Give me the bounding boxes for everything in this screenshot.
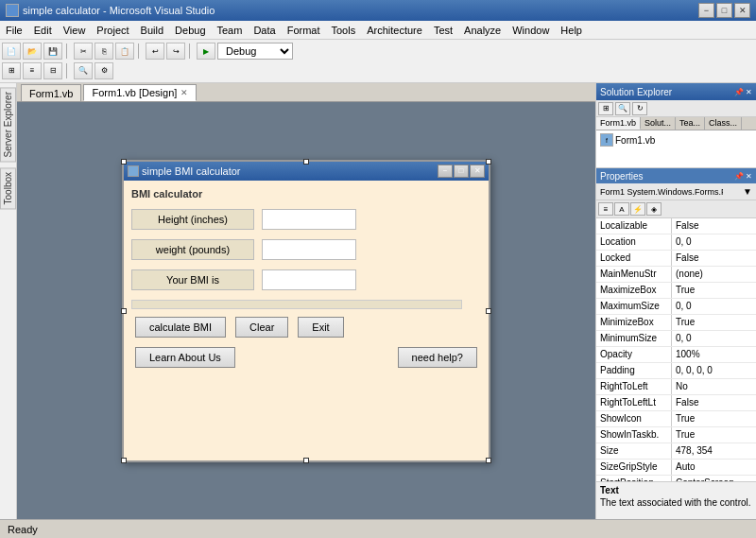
menu-architecture[interactable]: Architecture — [361, 23, 428, 38]
prop-value-cell[interactable]: False — [672, 395, 756, 410]
prop-value-cell[interactable]: 0, 0, 0, 0 — [672, 363, 756, 378]
tb-copy[interactable]: ⎘ — [94, 43, 113, 60]
menu-team[interactable]: Team — [212, 23, 249, 38]
handle-bottom-mid[interactable] — [303, 458, 309, 463]
need-help-button[interactable]: need help? — [398, 347, 477, 368]
prop-row[interactable]: ShowIconTrue — [596, 411, 756, 427]
exit-button[interactable]: Exit — [298, 317, 343, 338]
prop-row[interactable]: Location0, 0 — [596, 234, 756, 251]
menu-test[interactable]: Test — [428, 23, 458, 38]
clear-button[interactable]: Clear — [235, 317, 288, 338]
prop-value-cell[interactable]: 478, 354 — [672, 443, 756, 459]
rp-close-icon[interactable]: ✕ — [746, 88, 752, 96]
prop-value-cell[interactable]: (none) — [672, 267, 756, 282]
menu-format[interactable]: Format — [282, 23, 326, 38]
learn-about-us-button[interactable]: Learn About Us — [135, 347, 235, 368]
server-explorer-tab[interactable]: Server Explorer — [0, 87, 16, 162]
handle-bottom-right[interactable] — [486, 458, 491, 463]
se-tb-btn-3[interactable]: ↻ — [632, 102, 647, 115]
tb-start[interactable]: ▶ — [197, 43, 215, 60]
prop-value-cell[interactable]: No — [672, 379, 756, 394]
prop-value-cell[interactable]: True — [672, 427, 756, 443]
tb-b2-5[interactable]: ⚙ — [94, 62, 113, 79]
se-tab-solution[interactable]: Solut... — [641, 117, 676, 130]
se-tb-btn-1[interactable]: ⊞ — [598, 102, 613, 115]
tb-undo[interactable]: ↩ — [146, 43, 164, 60]
prop-row[interactable]: SizeGripStyleAuto — [596, 460, 756, 476]
menu-edit[interactable]: Edit — [28, 23, 58, 38]
form-minimize-btn[interactable]: − — [438, 165, 453, 178]
se-tab-form1[interactable]: Form1.vb — [596, 117, 641, 130]
handle-top-mid[interactable] — [303, 159, 309, 165]
menu-data[interactable]: Data — [248, 23, 281, 38]
prop-row[interactable]: RightToLeftNo — [596, 379, 756, 395]
tb-b2-1[interactable]: ⊞ — [2, 62, 21, 79]
minimize-button[interactable]: − — [698, 3, 714, 18]
tb-redo[interactable]: ↪ — [166, 43, 185, 60]
debug-mode-dropdown[interactable]: Debug Release — [217, 43, 293, 60]
prop-row[interactable]: MinimumSize0, 0 — [596, 331, 756, 347]
tb-paste[interactable]: 📋 — [115, 43, 134, 60]
se-tab-tea[interactable]: Tea... — [676, 117, 705, 130]
prop-row[interactable]: LocalizableFalse — [596, 218, 756, 234]
tb-b2-4[interactable]: 🔍 — [74, 62, 93, 79]
tb-cut[interactable]: ✂ — [74, 43, 93, 60]
prop-value-cell[interactable]: Auto — [672, 460, 756, 475]
props-dropdown-icon[interactable]: ▼ — [743, 186, 752, 197]
tb-new[interactable]: 📄 — [2, 43, 21, 60]
tb-open[interactable]: 📂 — [23, 43, 42, 60]
props-pin-icon[interactable]: 📌 — [734, 172, 744, 181]
se-item-form1[interactable]: f Form1.vb — [600, 132, 752, 148]
se-tab-class[interactable]: Class... — [705, 117, 742, 130]
bmi-output[interactable] — [262, 269, 356, 290]
prop-value-cell[interactable]: True — [672, 315, 756, 330]
prop-row[interactable]: MaximizeBoxTrue — [596, 283, 756, 299]
height-input[interactable] — [262, 209, 356, 230]
handle-mid-left[interactable] — [121, 308, 127, 314]
close-button[interactable]: ✕ — [734, 3, 750, 18]
menu-tools[interactable]: Tools — [326, 23, 362, 38]
handle-top-right[interactable] — [486, 159, 491, 165]
menu-project[interactable]: Project — [91, 23, 134, 38]
rp-pin-icon[interactable]: 📌 — [734, 88, 744, 96]
tb-b2-2[interactable]: ≡ — [23, 62, 42, 79]
tab-form1-design[interactable]: Form1.vb [Design] ✕ — [83, 84, 197, 101]
prop-value-cell[interactable]: 0, 0 — [672, 299, 756, 314]
props-alpha-btn[interactable]: A — [614, 202, 629, 216]
prop-row[interactable]: MainMenuStr(none) — [596, 267, 756, 283]
tb-b2-3[interactable]: ⊟ — [43, 62, 62, 79]
handle-mid-right[interactable] — [486, 308, 491, 314]
tab-close-icon[interactable]: ✕ — [180, 88, 188, 97]
prop-row[interactable]: Size478, 354 — [596, 443, 756, 460]
maximize-button[interactable]: □ — [716, 3, 732, 18]
menu-view[interactable]: View — [58, 23, 92, 38]
prop-value-cell[interactable]: 0, 0 — [672, 331, 756, 346]
prop-value-cell[interactable]: 100% — [672, 347, 756, 362]
handle-bottom-left[interactable] — [121, 458, 127, 463]
prop-row[interactable]: Opacity100% — [596, 347, 756, 363]
prop-value-cell[interactable]: True — [672, 411, 756, 426]
prop-row[interactable]: ShowInTaskb.True — [596, 427, 756, 443]
menu-build[interactable]: Build — [135, 23, 169, 38]
prop-row[interactable]: MinimizeBoxTrue — [596, 315, 756, 331]
props-events-btn[interactable]: ⚡ — [630, 202, 645, 216]
calculate-bmi-button[interactable]: calculate BMI — [135, 317, 226, 338]
prop-row[interactable]: Padding0, 0, 0, 0 — [596, 363, 756, 379]
menu-file[interactable]: File — [0, 23, 28, 38]
menu-analyze[interactable]: Analyze — [458, 23, 507, 38]
tb-save[interactable]: 💾 — [43, 43, 62, 60]
props-close-icon[interactable]: ✕ — [746, 172, 752, 181]
props-cat-btn[interactable]: ≡ — [598, 202, 613, 216]
prop-row[interactable]: MaximumSize0, 0 — [596, 299, 756, 315]
menu-help[interactable]: Help — [555, 23, 588, 38]
prop-value-cell[interactable]: 0, 0 — [672, 234, 756, 250]
prop-row[interactable]: RightToLeftLtFalse — [596, 395, 756, 411]
menu-window[interactable]: Window — [507, 23, 555, 38]
se-tb-btn-2[interactable]: 🔍 — [615, 102, 630, 115]
prop-row[interactable]: LockedFalse — [596, 251, 756, 267]
tab-form1-vb[interactable]: Form1.vb — [21, 84, 81, 101]
toolbox-tab[interactable]: Toolbox — [0, 167, 16, 209]
form-maximize-btn[interactable]: □ — [454, 165, 469, 178]
handle-top-left[interactable] — [121, 159, 127, 165]
design-surface[interactable]: simple BMI calculator − □ ✕ BMI calculat… — [17, 102, 595, 519]
